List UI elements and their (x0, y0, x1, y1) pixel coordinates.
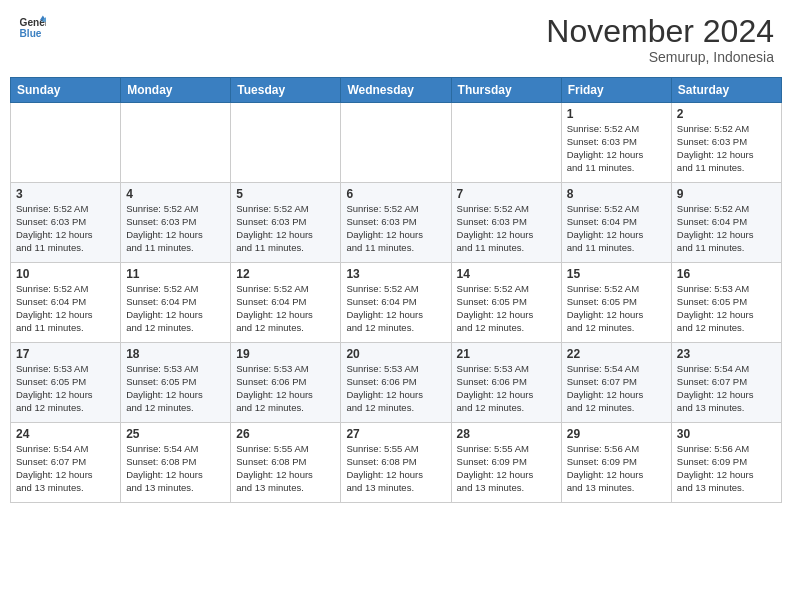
weekday-header-row: SundayMondayTuesdayWednesdayThursdayFrid… (11, 78, 782, 103)
calendar-cell: 14Sunrise: 5:52 AM Sunset: 6:05 PM Dayli… (451, 263, 561, 343)
calendar-cell: 4Sunrise: 5:52 AM Sunset: 6:03 PM Daylig… (121, 183, 231, 263)
day-number: 26 (236, 427, 335, 441)
logo: General Blue (18, 14, 46, 42)
day-number: 13 (346, 267, 445, 281)
day-number: 4 (126, 187, 225, 201)
calendar-cell: 6Sunrise: 5:52 AM Sunset: 6:03 PM Daylig… (341, 183, 451, 263)
calendar-cell: 16Sunrise: 5:53 AM Sunset: 6:05 PM Dayli… (671, 263, 781, 343)
week-row-1: 1Sunrise: 5:52 AM Sunset: 6:03 PM Daylig… (11, 103, 782, 183)
day-info: Sunrise: 5:56 AM Sunset: 6:09 PM Dayligh… (567, 443, 666, 494)
day-info: Sunrise: 5:53 AM Sunset: 6:06 PM Dayligh… (457, 363, 556, 414)
day-number: 21 (457, 347, 556, 361)
calendar-cell: 24Sunrise: 5:54 AM Sunset: 6:07 PM Dayli… (11, 423, 121, 503)
calendar-cell: 18Sunrise: 5:53 AM Sunset: 6:05 PM Dayli… (121, 343, 231, 423)
day-number: 9 (677, 187, 776, 201)
weekday-header-saturday: Saturday (671, 78, 781, 103)
calendar-cell: 30Sunrise: 5:56 AM Sunset: 6:09 PM Dayli… (671, 423, 781, 503)
day-number: 14 (457, 267, 556, 281)
calendar-table: SundayMondayTuesdayWednesdayThursdayFrid… (10, 77, 782, 503)
day-number: 25 (126, 427, 225, 441)
day-number: 20 (346, 347, 445, 361)
day-info: Sunrise: 5:52 AM Sunset: 6:04 PM Dayligh… (236, 283, 335, 334)
day-number: 15 (567, 267, 666, 281)
day-info: Sunrise: 5:54 AM Sunset: 6:08 PM Dayligh… (126, 443, 225, 494)
calendar-cell: 29Sunrise: 5:56 AM Sunset: 6:09 PM Dayli… (561, 423, 671, 503)
calendar-cell: 1Sunrise: 5:52 AM Sunset: 6:03 PM Daylig… (561, 103, 671, 183)
location: Semurup, Indonesia (546, 49, 774, 65)
weekday-header-wednesday: Wednesday (341, 78, 451, 103)
calendar-cell: 23Sunrise: 5:54 AM Sunset: 6:07 PM Dayli… (671, 343, 781, 423)
weekday-header-friday: Friday (561, 78, 671, 103)
day-number: 11 (126, 267, 225, 281)
calendar-cell: 20Sunrise: 5:53 AM Sunset: 6:06 PM Dayli… (341, 343, 451, 423)
calendar-cell: 7Sunrise: 5:52 AM Sunset: 6:03 PM Daylig… (451, 183, 561, 263)
day-info: Sunrise: 5:52 AM Sunset: 6:03 PM Dayligh… (236, 203, 335, 254)
calendar-cell: 2Sunrise: 5:52 AM Sunset: 6:03 PM Daylig… (671, 103, 781, 183)
day-info: Sunrise: 5:52 AM Sunset: 6:03 PM Dayligh… (457, 203, 556, 254)
day-info: Sunrise: 5:53 AM Sunset: 6:06 PM Dayligh… (346, 363, 445, 414)
day-number: 28 (457, 427, 556, 441)
day-info: Sunrise: 5:53 AM Sunset: 6:05 PM Dayligh… (16, 363, 115, 414)
day-info: Sunrise: 5:56 AM Sunset: 6:09 PM Dayligh… (677, 443, 776, 494)
day-number: 7 (457, 187, 556, 201)
day-info: Sunrise: 5:53 AM Sunset: 6:06 PM Dayligh… (236, 363, 335, 414)
calendar-cell: 9Sunrise: 5:52 AM Sunset: 6:04 PM Daylig… (671, 183, 781, 263)
weekday-header-thursday: Thursday (451, 78, 561, 103)
day-number: 22 (567, 347, 666, 361)
calendar-cell (231, 103, 341, 183)
calendar-cell: 15Sunrise: 5:52 AM Sunset: 6:05 PM Dayli… (561, 263, 671, 343)
calendar-cell: 12Sunrise: 5:52 AM Sunset: 6:04 PM Dayli… (231, 263, 341, 343)
day-info: Sunrise: 5:52 AM Sunset: 6:04 PM Dayligh… (677, 203, 776, 254)
day-number: 27 (346, 427, 445, 441)
day-number: 6 (346, 187, 445, 201)
day-info: Sunrise: 5:52 AM Sunset: 6:03 PM Dayligh… (346, 203, 445, 254)
day-number: 10 (16, 267, 115, 281)
day-number: 18 (126, 347, 225, 361)
week-row-4: 17Sunrise: 5:53 AM Sunset: 6:05 PM Dayli… (11, 343, 782, 423)
month-title: November 2024 (546, 14, 774, 49)
svg-text:Blue: Blue (20, 28, 42, 39)
weekday-header-monday: Monday (121, 78, 231, 103)
calendar-cell: 8Sunrise: 5:52 AM Sunset: 6:04 PM Daylig… (561, 183, 671, 263)
day-info: Sunrise: 5:52 AM Sunset: 6:03 PM Dayligh… (16, 203, 115, 254)
weekday-header-tuesday: Tuesday (231, 78, 341, 103)
day-info: Sunrise: 5:52 AM Sunset: 6:03 PM Dayligh… (126, 203, 225, 254)
day-info: Sunrise: 5:52 AM Sunset: 6:03 PM Dayligh… (567, 123, 666, 174)
day-number: 2 (677, 107, 776, 121)
calendar-cell: 11Sunrise: 5:52 AM Sunset: 6:04 PM Dayli… (121, 263, 231, 343)
day-number: 24 (16, 427, 115, 441)
day-info: Sunrise: 5:52 AM Sunset: 6:04 PM Dayligh… (346, 283, 445, 334)
day-number: 5 (236, 187, 335, 201)
page-header: General Blue November 2024 Semurup, Indo… (10, 10, 782, 69)
calendar-cell: 21Sunrise: 5:53 AM Sunset: 6:06 PM Dayli… (451, 343, 561, 423)
calendar-body: 1Sunrise: 5:52 AM Sunset: 6:03 PM Daylig… (11, 103, 782, 503)
calendar-cell: 17Sunrise: 5:53 AM Sunset: 6:05 PM Dayli… (11, 343, 121, 423)
day-info: Sunrise: 5:52 AM Sunset: 6:04 PM Dayligh… (567, 203, 666, 254)
day-number: 3 (16, 187, 115, 201)
title-block: November 2024 Semurup, Indonesia (546, 14, 774, 65)
week-row-2: 3Sunrise: 5:52 AM Sunset: 6:03 PM Daylig… (11, 183, 782, 263)
day-info: Sunrise: 5:52 AM Sunset: 6:05 PM Dayligh… (567, 283, 666, 334)
calendar-cell (121, 103, 231, 183)
day-number: 17 (16, 347, 115, 361)
day-number: 12 (236, 267, 335, 281)
day-info: Sunrise: 5:54 AM Sunset: 6:07 PM Dayligh… (677, 363, 776, 414)
day-number: 29 (567, 427, 666, 441)
calendar-cell (11, 103, 121, 183)
logo-icon: General Blue (18, 14, 46, 42)
calendar-cell: 13Sunrise: 5:52 AM Sunset: 6:04 PM Dayli… (341, 263, 451, 343)
day-number: 19 (236, 347, 335, 361)
day-info: Sunrise: 5:55 AM Sunset: 6:08 PM Dayligh… (236, 443, 335, 494)
day-info: Sunrise: 5:53 AM Sunset: 6:05 PM Dayligh… (126, 363, 225, 414)
calendar-cell: 22Sunrise: 5:54 AM Sunset: 6:07 PM Dayli… (561, 343, 671, 423)
calendar-cell: 26Sunrise: 5:55 AM Sunset: 6:08 PM Dayli… (231, 423, 341, 503)
week-row-5: 24Sunrise: 5:54 AM Sunset: 6:07 PM Dayli… (11, 423, 782, 503)
week-row-3: 10Sunrise: 5:52 AM Sunset: 6:04 PM Dayli… (11, 263, 782, 343)
calendar-cell: 25Sunrise: 5:54 AM Sunset: 6:08 PM Dayli… (121, 423, 231, 503)
day-number: 8 (567, 187, 666, 201)
weekday-header-sunday: Sunday (11, 78, 121, 103)
day-info: Sunrise: 5:55 AM Sunset: 6:08 PM Dayligh… (346, 443, 445, 494)
day-info: Sunrise: 5:55 AM Sunset: 6:09 PM Dayligh… (457, 443, 556, 494)
day-info: Sunrise: 5:54 AM Sunset: 6:07 PM Dayligh… (16, 443, 115, 494)
day-info: Sunrise: 5:52 AM Sunset: 6:03 PM Dayligh… (677, 123, 776, 174)
